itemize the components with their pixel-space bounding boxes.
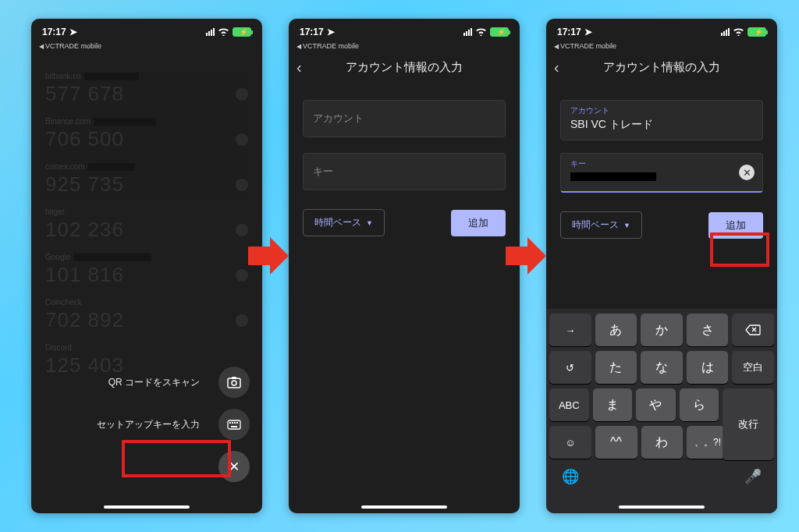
svg-rect-4 — [229, 422, 231, 424]
breadcrumb[interactable]: ◀VCTRADE mobile — [546, 42, 777, 50]
add-button[interactable]: 追加 — [708, 212, 763, 239]
battery-icon: ⚡ — [490, 27, 509, 37]
status-bar: 17:17➤ ⚡ — [546, 23, 777, 41]
header: ‹ アカウント情報の入力 — [546, 50, 777, 84]
key-a[interactable]: あ — [595, 314, 637, 346]
fab-key-label: セットアップキーを入力 — [97, 418, 200, 431]
timer-icon — [236, 179, 248, 191]
signal-icon — [721, 28, 730, 36]
mic-icon[interactable]: 🎤 — [744, 468, 762, 485]
key-ya[interactable]: や — [636, 388, 676, 421]
back-button[interactable]: ‹ — [297, 59, 302, 76]
home-indicator[interactable] — [361, 505, 447, 509]
chevron-down-icon: ▼ — [623, 222, 630, 229]
breadcrumb[interactable]: ◀VCTRADE mobile — [289, 42, 520, 50]
screen-account-entry-filled: 17:17➤ ⚡ ◀VCTRADE mobile ‹ アカウント情報の入力 アカ… — [546, 19, 777, 513]
back-button[interactable]: ‹ — [554, 59, 559, 76]
svg-rect-3 — [228, 420, 240, 429]
key-field[interactable]: キー ✕ — [560, 153, 763, 193]
key-wa[interactable]: わ — [641, 426, 684, 459]
clear-button[interactable]: ✕ — [739, 165, 755, 180]
key-undo[interactable]: ↺ — [549, 351, 591, 384]
globe-icon[interactable]: 🌐 — [562, 468, 579, 485]
fab-scan-label: QR コードをスキャン — [108, 376, 200, 389]
svg-rect-2 — [232, 377, 236, 379]
svg-rect-0 — [228, 378, 240, 388]
timer-icon — [236, 133, 248, 146]
flow-arrow-icon — [247, 234, 290, 278]
key-na[interactable]: な — [641, 351, 683, 384]
breadcrumb[interactable]: ◀VCTRADE mobile — [31, 42, 262, 50]
enter-key-button[interactable] — [218, 409, 250, 440]
timer-icon — [236, 314, 248, 327]
key-space[interactable]: 空白 — [732, 351, 774, 384]
timer-icon — [236, 88, 248, 101]
battery-icon: ⚡ — [748, 27, 766, 37]
key-return[interactable]: 改行 — [723, 388, 774, 460]
wifi-icon — [475, 27, 487, 37]
time-based-dropdown[interactable]: 時間ベース ▼ — [560, 211, 642, 239]
status-bar: 17:17➤ ⚡ — [31, 23, 262, 41]
location-icon: ➤ — [69, 27, 77, 37]
key-sa[interactable]: さ — [687, 314, 729, 346]
redacted-key — [570, 172, 656, 181]
key-ra[interactable]: ら — [680, 388, 719, 421]
svg-rect-6 — [234, 422, 236, 424]
wifi-icon — [218, 27, 229, 37]
signal-icon — [206, 28, 215, 36]
key-small[interactable]: ^^ — [595, 426, 637, 459]
svg-rect-7 — [236, 422, 238, 424]
key-ka[interactable]: か — [641, 314, 683, 346]
key-next[interactable]: → — [549, 314, 591, 346]
key-abc[interactable]: ABC — [549, 388, 589, 421]
list-item[interactable]: Google 101 816 — [31, 245, 262, 290]
account-field[interactable]: アカウント — [303, 100, 506, 137]
location-icon: ➤ — [327, 27, 335, 37]
highlight-setup-key — [122, 440, 231, 477]
screen-authenticator-list: 17:17➤ ⚡ ◀VCTRADE mobile bitbank.co 577 … — [31, 19, 262, 513]
wifi-icon — [733, 27, 744, 37]
chevron-down-icon: ▼ — [366, 219, 373, 227]
page-title: アカウント情報の入力 — [346, 60, 463, 75]
key-field[interactable]: キー — [303, 153, 506, 190]
list-item[interactable]: coinex.com 925 735 — [31, 154, 262, 200]
header: ‹ アカウント情報の入力 — [289, 50, 520, 84]
scan-qr-button[interactable] — [218, 367, 250, 398]
page-title: アカウント情報の入力 — [603, 60, 720, 75]
home-indicator[interactable] — [619, 505, 705, 509]
svg-rect-8 — [231, 426, 237, 427]
screen-account-entry-empty: 17:17➤ ⚡ ◀VCTRADE mobile ‹ アカウント情報の入力 アカ… — [289, 19, 520, 513]
location-icon: ➤ — [584, 27, 592, 37]
key-emoji[interactable]: ☺ — [549, 426, 591, 459]
svg-point-1 — [232, 381, 236, 385]
add-button[interactable]: 追加 — [451, 210, 506, 236]
account-field[interactable]: アカウント SBI VC トレード — [560, 100, 763, 140]
time-based-dropdown[interactable]: 時間ベース ▼ — [303, 209, 385, 236]
fab-close-button[interactable]: ✕ — [218, 451, 250, 482]
status-time: 17:17 — [42, 27, 66, 37]
list-item[interactable]: bitbank.co 577 678 — [31, 64, 262, 109]
key-ta[interactable]: た — [595, 351, 637, 384]
status-bar: 17:17➤ ⚡ — [289, 23, 520, 41]
svg-rect-5 — [232, 422, 233, 424]
back-triangle-icon: ◀ — [39, 43, 44, 50]
key-backspace[interactable] — [732, 314, 774, 346]
home-indicator[interactable] — [104, 505, 190, 509]
list-item[interactable]: Binance.com 706 500 — [31, 109, 262, 154]
battery-icon: ⚡ — [233, 27, 251, 37]
list-item[interactable]: bitget 102 236 — [31, 200, 262, 245]
flow-arrow-icon — [504, 234, 548, 278]
keyboard: → あ か さ ↺ た な は 空白 ABC ま や ら 改行 ☺ — [546, 309, 777, 513]
signal-icon — [463, 28, 472, 36]
key-ma[interactable]: ま — [593, 388, 633, 421]
list-item[interactable]: Coincheck 702 892 — [31, 290, 262, 335]
key-ha[interactable]: は — [687, 351, 729, 384]
